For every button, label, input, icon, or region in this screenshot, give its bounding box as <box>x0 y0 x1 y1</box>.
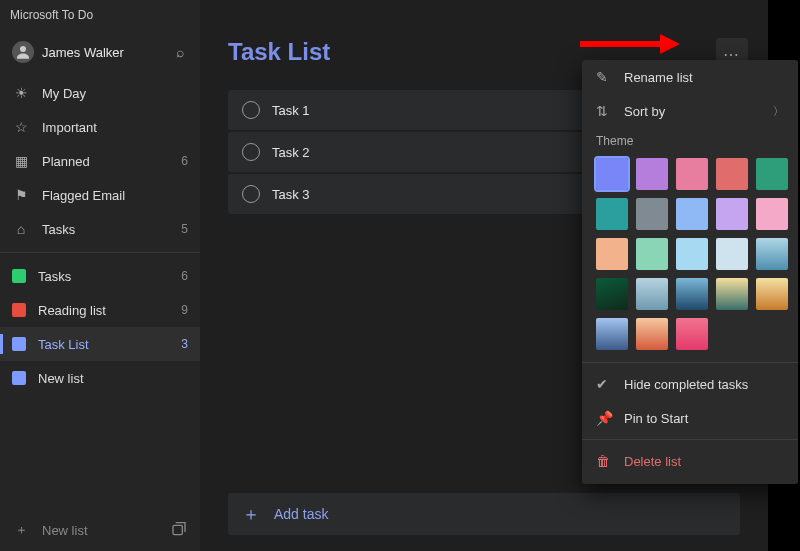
list-label: Task List <box>38 337 169 352</box>
sort-icon: ⇅ <box>596 103 612 119</box>
menu-sort-by[interactable]: ⇅ Sort by 〉 <box>582 94 798 128</box>
sidebar-list-reading-list[interactable]: Reading list 9 <box>0 293 200 327</box>
svg-rect-1 <box>173 525 182 534</box>
avatar <box>12 41 34 63</box>
list-label: Reading list <box>38 303 169 318</box>
main-pane: Task List ⋯ Task 1 Task 2 Task 3 ＋ Add t… <box>200 0 768 551</box>
nav-label: My Day <box>42 86 176 101</box>
app-title: Microsoft To Do <box>0 8 93 22</box>
menu-delete-list[interactable]: 🗑 Delete list <box>582 444 798 478</box>
menu-delete-label: Delete list <box>624 454 681 469</box>
sidebar-list-new-list[interactable]: New list <box>0 361 200 395</box>
app-window: Microsoft To Do ─ □ ✕ James Walker ⌕ ☀ M… <box>0 0 768 551</box>
theme-swatch-7[interactable] <box>676 198 708 230</box>
active-indicator <box>0 334 3 354</box>
add-task-button[interactable]: ＋ Add task <box>228 493 740 535</box>
theme-swatch-2[interactable] <box>676 158 708 190</box>
list-count: 9 <box>181 303 188 317</box>
menu-separator <box>582 439 798 440</box>
theme-swatch-16[interactable] <box>636 278 668 310</box>
theme-swatch-10[interactable] <box>596 238 628 270</box>
nav-item-planned[interactable]: ▦ Planned 6 <box>0 144 200 178</box>
nav-icon: ☆ <box>12 119 30 135</box>
theme-swatch-13[interactable] <box>716 238 748 270</box>
nav-icon: ▦ <box>12 153 30 169</box>
nav-label: Tasks <box>42 222 169 237</box>
theme-swatch-15[interactable] <box>596 278 628 310</box>
profile-row[interactable]: James Walker ⌕ <box>0 32 200 72</box>
nav-item-my-day[interactable]: ☀ My Day <box>0 76 200 110</box>
task-title: Task 3 <box>272 187 310 202</box>
trash-icon: 🗑 <box>596 453 612 469</box>
theme-swatch-14[interactable] <box>756 238 788 270</box>
theme-swatch-19[interactable] <box>756 278 788 310</box>
theme-swatch-4[interactable] <box>756 158 788 190</box>
list-color-icon <box>12 337 26 351</box>
theme-swatch-3[interactable] <box>716 158 748 190</box>
theme-swatch-12[interactable] <box>676 238 708 270</box>
search-icon[interactable]: ⌕ <box>172 40 188 64</box>
task-checkbox[interactable] <box>242 185 260 203</box>
smart-lists: ☀ My Day ☆ Important ▦ Planned 6⚑ Flagge… <box>0 76 200 246</box>
list-count: 6 <box>181 269 188 283</box>
sidebar-list-task-list[interactable]: Task List 3 <box>0 327 200 361</box>
task-checkbox[interactable] <box>242 143 260 161</box>
nav-item-tasks[interactable]: ⌂ Tasks 5 <box>0 212 200 246</box>
task-title: Task 1 <box>272 103 310 118</box>
sidebar-divider <box>0 252 200 253</box>
menu-hide-completed-label: Hide completed tasks <box>624 377 748 392</box>
theme-swatch-8[interactable] <box>716 198 748 230</box>
list-count: 3 <box>181 337 188 351</box>
theme-swatch-11[interactable] <box>636 238 668 270</box>
new-group-icon[interactable] <box>170 521 188 539</box>
theme-grid <box>582 154 798 358</box>
user-lists: Tasks 6 Reading list 9 Task List 3 New l… <box>0 259 200 395</box>
theme-swatch-1[interactable] <box>636 158 668 190</box>
sidebar-list-tasks[interactable]: Tasks 6 <box>0 259 200 293</box>
profile-name: James Walker <box>42 45 164 60</box>
nav-icon: ☀ <box>12 85 30 101</box>
menu-sort-label: Sort by <box>624 104 665 119</box>
theme-swatch-6[interactable] <box>636 198 668 230</box>
svg-point-0 <box>20 46 26 52</box>
menu-pin-label: Pin to Start <box>624 411 688 426</box>
task-title: Task 2 <box>272 145 310 160</box>
menu-rename-label: Rename list <box>624 70 693 85</box>
nav-label: Important <box>42 120 176 135</box>
theme-swatch-0[interactable] <box>596 158 628 190</box>
chevron-right-icon: 〉 <box>773 104 784 119</box>
theme-swatch-9[interactable] <box>756 198 788 230</box>
list-label: Tasks <box>38 269 169 284</box>
theme-swatch-5[interactable] <box>596 198 628 230</box>
sidebar: James Walker ⌕ ☀ My Day ☆ Important ▦ Pl… <box>0 0 200 551</box>
new-list-label: New list <box>42 523 88 538</box>
menu-rename-list[interactable]: ✎ Rename list <box>582 60 798 94</box>
menu-pin-to-start[interactable]: 📌 Pin to Start <box>582 401 798 435</box>
nav-label: Flagged Email <box>42 188 176 203</box>
nav-icon: ⌂ <box>12 221 30 237</box>
theme-swatch-22[interactable] <box>676 318 708 350</box>
pencil-icon: ✎ <box>596 69 612 85</box>
nav-item-flagged-email[interactable]: ⚑ Flagged Email <box>0 178 200 212</box>
nav-count: 5 <box>181 222 188 236</box>
nav-icon: ⚑ <box>12 187 30 203</box>
theme-swatch-18[interactable] <box>716 278 748 310</box>
theme-swatch-17[interactable] <box>676 278 708 310</box>
plus-icon: ＋ <box>242 502 260 526</box>
menu-separator <box>582 362 798 363</box>
list-color-icon <box>12 371 26 385</box>
task-checkbox[interactable] <box>242 101 260 119</box>
theme-swatch-20[interactable] <box>596 318 628 350</box>
menu-hide-completed[interactable]: ✔ Hide completed tasks <box>582 367 798 401</box>
theme-swatch-21[interactable] <box>636 318 668 350</box>
list-options-menu: ✎ Rename list ⇅ Sort by 〉 Theme ✔ Hide c… <box>582 60 798 484</box>
check-circle-icon: ✔ <box>596 376 612 392</box>
menu-theme-header: Theme <box>582 128 798 154</box>
nav-label: Planned <box>42 154 169 169</box>
list-label: New list <box>38 371 176 386</box>
new-list-button[interactable]: ＋ New list <box>0 509 200 551</box>
pin-icon: 📌 <box>596 410 612 426</box>
list-color-icon <box>12 303 26 317</box>
list-color-icon <box>12 269 26 283</box>
nav-item-important[interactable]: ☆ Important <box>0 110 200 144</box>
